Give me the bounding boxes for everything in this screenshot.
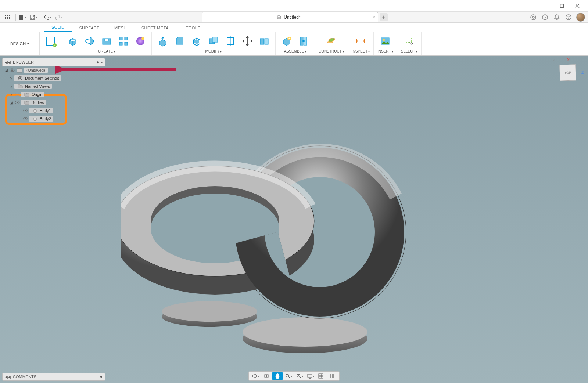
job-status-button[interactable] <box>541 13 549 21</box>
joint-icon <box>297 35 310 47</box>
pattern-icon <box>117 35 130 47</box>
tree-item-document-settings[interactable]: ▷ Document Settings <box>2 74 105 82</box>
tool-presspull[interactable] <box>155 34 170 48</box>
svg-point-14 <box>532 16 534 18</box>
svg-point-23 <box>104 39 109 41</box>
ribbon-tab-surface[interactable]: SURFACE <box>72 24 107 32</box>
tool-select[interactable] <box>402 34 416 48</box>
gear-icon <box>16 76 24 81</box>
svg-line-84 <box>300 377 301 378</box>
expand-arrow-icon[interactable]: ◢ <box>9 101 14 105</box>
viewcube-face[interactable]: TOP <box>559 64 576 81</box>
redo-button[interactable]: ▾ <box>54 12 63 22</box>
nav-look-button[interactable] <box>261 372 272 380</box>
apps-grid-button[interactable] <box>3 12 12 22</box>
tool-combine[interactable] <box>206 34 221 48</box>
toolbar-label-assemble: ASSEMBLE▾ <box>284 49 306 54</box>
viewport-canvas[interactable]: ◀◀ BROWSER ● ▸ ◢ (Unsaved) ▷ <box>0 56 588 383</box>
tool-fillet[interactable] <box>172 34 187 48</box>
nav-fit-button[interactable]: ▾ <box>294 372 305 380</box>
minimize-button[interactable] <box>542 1 551 11</box>
folder-icon <box>16 84 24 88</box>
ribbon-tab-solid[interactable]: SOLID <box>44 24 72 32</box>
expand-arrow-icon[interactable]: ▷ <box>9 76 14 80</box>
svg-line-82 <box>288 377 290 378</box>
browser-tree: ◢ (Unsaved) ▷ Document Settings <box>2 66 105 123</box>
tool-align[interactable] <box>223 34 238 48</box>
browser-options-button[interactable]: ▸ <box>101 60 103 64</box>
svg-point-80 <box>266 375 267 377</box>
document-tab[interactable]: Untitled* × <box>202 12 378 22</box>
split-icon <box>258 35 270 47</box>
nav-orbit-button[interactable]: ▾ <box>250 372 261 380</box>
comments-collapse-arrow-icon[interactable]: ◀◀ <box>5 375 11 379</box>
ribbon-tab-sheetmetal[interactable]: SHEET METAL <box>134 24 179 32</box>
maximize-button[interactable] <box>557 1 567 11</box>
help-button[interactable]: ? <box>564 13 573 21</box>
extensions-button[interactable] <box>529 13 537 21</box>
home-icon[interactable]: ⌂ <box>553 58 555 63</box>
nav-display-button[interactable]: ▾ <box>305 372 316 380</box>
browser-pin-button[interactable]: ● <box>97 59 99 65</box>
tool-hole[interactable] <box>99 34 114 48</box>
workspace-selector[interactable]: DESIGN▾ <box>0 32 40 55</box>
tool-joint[interactable] <box>296 34 311 48</box>
svg-point-13 <box>531 15 536 20</box>
save-icon <box>29 14 35 20</box>
tree-item-body1[interactable]: Body1 <box>2 106 105 115</box>
browser-root-row[interactable]: ◢ (Unsaved) <box>2 66 105 74</box>
comments-pin-button[interactable]: ● <box>100 374 103 379</box>
tool-component[interactable]: ★ <box>279 34 294 48</box>
user-avatar[interactable] <box>576 13 585 22</box>
tool-box[interactable] <box>65 34 80 48</box>
tool-shell[interactable] <box>189 34 204 48</box>
tool-revolve[interactable] <box>82 34 97 48</box>
tool-measure[interactable] <box>353 34 368 48</box>
expand-arrow-icon[interactable]: ▷ <box>9 84 14 88</box>
tool-plane[interactable] <box>324 34 338 48</box>
browser-collapse-arrow-icon[interactable]: ◀◀ <box>5 60 11 64</box>
new-tab-button[interactable]: + <box>380 13 388 21</box>
close-button[interactable] <box>573 1 582 11</box>
visibility-eye-icon[interactable] <box>22 108 29 113</box>
undo-button[interactable]: ▾ <box>43 12 52 22</box>
notifications-button[interactable] <box>553 13 561 21</box>
tree-item-bodies[interactable]: ◢ Bodies <box>2 98 105 106</box>
nav-zoom-button[interactable]: ▾ <box>283 372 294 380</box>
file-button[interactable]: ▾ <box>17 12 27 22</box>
tool-sphere[interactable] <box>133 34 148 48</box>
toolbar-group-assemble: ★ ASSEMBLE▾ <box>276 32 315 55</box>
sphere-icon <box>134 35 147 47</box>
svg-rect-95 <box>332 374 334 376</box>
browser-header[interactable]: ◀◀ BROWSER ● ▸ <box>2 58 105 66</box>
comments-panel-header[interactable]: ◀◀ COMMENTS ● <box>2 373 105 381</box>
nav-grid-button[interactable]: ▾ <box>316 372 327 380</box>
quick-access-bar: ▾ ▾ ▾ ▾ Untitled* × + ? <box>0 12 588 23</box>
nav-viewports-button[interactable]: ▾ <box>327 372 338 380</box>
tree-item-origin[interactable]: ▷ Origin <box>2 90 105 98</box>
tool-split[interactable] <box>257 34 272 48</box>
toolbar-group-select: SELECT▾ <box>397 32 422 55</box>
tool-move[interactable] <box>240 34 255 48</box>
visibility-eye-icon[interactable] <box>14 100 21 105</box>
view-cube[interactable]: ⌂ TOP X Z <box>555 59 581 85</box>
visibility-eye-icon[interactable] <box>9 68 15 73</box>
tool-create-sketch[interactable]: + <box>43 34 58 48</box>
svg-rect-27 <box>125 42 128 45</box>
close-tab-button[interactable]: × <box>373 14 376 20</box>
nav-pan-button[interactable] <box>272 372 283 380</box>
expand-arrow-icon[interactable]: ◢ <box>4 68 9 72</box>
expand-arrow-icon[interactable]: ▷ <box>9 93 14 97</box>
tool-insert[interactable] <box>378 34 392 48</box>
tree-item-body2[interactable]: Body2 <box>2 115 105 123</box>
ribbon-tab-mesh[interactable]: MESH <box>107 24 134 32</box>
ribbon-tab-tools[interactable]: TOOLS <box>179 24 208 32</box>
svg-rect-35 <box>260 39 264 44</box>
window-titlebar <box>0 0 588 12</box>
save-button[interactable]: ▾ <box>28 12 38 22</box>
fillet-icon <box>173 35 186 47</box>
visibility-eye-icon[interactable] <box>14 92 21 97</box>
tool-pattern[interactable] <box>116 34 131 48</box>
visibility-eye-icon[interactable] <box>22 116 29 121</box>
tree-item-named-views[interactable]: ▷ Named Views <box>2 82 105 90</box>
